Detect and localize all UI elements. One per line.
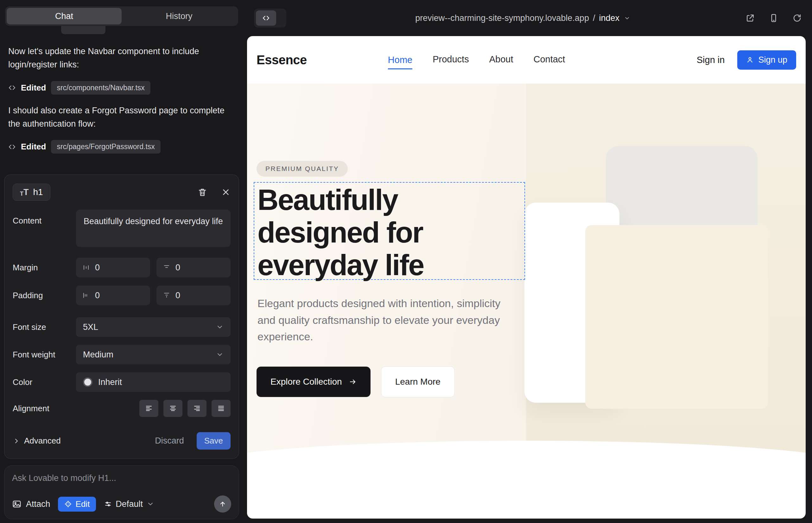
tab-history[interactable]: History	[122, 8, 236, 24]
chat-sidebar: Chat History Now let's update the Navbar…	[0, 0, 247, 523]
padding-x-value: 0	[95, 291, 100, 301]
preview-toolbar: preview--charming-site-symphony.lovable.…	[247, 0, 812, 36]
nav-links: Home Products About Contact	[388, 54, 565, 66]
nav-auth-group: Sign in Sign up	[697, 50, 796, 70]
editor-header: TT h1	[13, 184, 231, 201]
align-left-button[interactable]	[139, 400, 158, 417]
margin-x-value: 0	[95, 263, 100, 273]
mobile-view-icon[interactable]	[769, 13, 778, 23]
font-size-value: 5XL	[83, 322, 98, 332]
refresh-icon[interactable]	[792, 13, 802, 23]
padding-horizontal-icon	[82, 292, 90, 299]
code-icon	[8, 143, 16, 151]
discard-button[interactable]: Discard	[155, 436, 184, 446]
margin-label: Margin	[13, 263, 76, 273]
alignment-label: Alignment	[13, 404, 76, 413]
save-button[interactable]: Save	[197, 432, 231, 450]
edit-mode-button[interactable]: Edit	[58, 497, 96, 511]
color-select[interactable]: Inherit	[76, 372, 231, 392]
color-swatch	[83, 377, 92, 387]
chevron-right-icon	[13, 437, 20, 445]
nav-link-about[interactable]: About	[489, 54, 513, 66]
hero-heading-line: Beautifully	[258, 184, 424, 216]
code-preview-toggle[interactable]	[254, 8, 286, 28]
margin-horizontal-icon	[82, 264, 90, 271]
url-separator: /	[593, 13, 595, 23]
nav-link-contact[interactable]: Contact	[533, 54, 565, 66]
hero-heading[interactable]: Beautifully designed for everyday life	[258, 184, 424, 282]
site-navbar: Essence Home Products About Contact Sign…	[247, 36, 806, 84]
sign-up-button[interactable]: Sign up	[737, 50, 796, 70]
color-label: Color	[13, 377, 76, 387]
element-tag: h1	[33, 187, 43, 197]
explore-collection-label: Explore Collection	[270, 377, 342, 387]
align-center-button[interactable]	[163, 400, 182, 417]
chat-message: I should also create a Forgot Password p…	[8, 104, 227, 131]
padding-x-input[interactable]: 0	[76, 286, 150, 305]
padding-label: Padding	[13, 291, 76, 301]
color-value: Inherit	[98, 377, 122, 387]
model-label: Default	[116, 499, 143, 509]
delete-element-icon[interactable]	[198, 187, 207, 197]
open-external-icon[interactable]	[745, 13, 755, 23]
align-right-button[interactable]	[188, 400, 207, 417]
advanced-toggle[interactable]: Advanced	[13, 436, 61, 446]
url-domain: preview--charming-site-symphony.lovable.…	[415, 13, 589, 23]
explore-collection-button[interactable]: Explore Collection	[257, 366, 371, 397]
url-page: index	[599, 13, 619, 23]
chevron-down-icon	[147, 500, 154, 508]
chat-messages: Now let's update the Navbar component to…	[8, 38, 239, 154]
decor-card-beige	[585, 225, 768, 409]
code-icon	[8, 84, 16, 91]
file-badge-forgot-password[interactable]: src/pages/ForgotPassword.tsx	[51, 140, 160, 154]
margin-y-input[interactable]: 0	[156, 258, 231, 277]
font-weight-select[interactable]: Medium	[76, 345, 231, 364]
margin-vertical-icon	[163, 264, 170, 271]
selected-element-pill[interactable]: TT h1	[13, 184, 50, 201]
target-icon	[64, 500, 72, 508]
font-weight-value: Medium	[83, 350, 113, 360]
person-icon	[746, 56, 754, 64]
premium-quality-badge: PREMIUM QUALITY	[257, 161, 348, 177]
element-editor-panel: TT h1 Content Beautifully designed for e…	[4, 175, 239, 459]
url-breadcrumb[interactable]: preview--charming-site-symphony.lovable.…	[415, 13, 631, 23]
edit-label: Edit	[76, 499, 90, 509]
file-badge-navbar[interactable]: src/components/Navbar.tsx	[51, 81, 150, 95]
content-input[interactable]: Beautifully designed for everyday life	[76, 210, 231, 247]
margin-x-input[interactable]: 0	[76, 258, 150, 277]
composer-input[interactable]	[12, 473, 231, 483]
edited-file-row: Edited src/components/Navbar.tsx	[8, 81, 239, 95]
font-weight-label: Font weight	[13, 350, 76, 360]
attach-button[interactable]: Attach	[12, 499, 50, 509]
edited-file-row: Edited src/pages/ForgotPassword.tsx	[8, 140, 239, 154]
advanced-label: Advanced	[24, 436, 61, 446]
hero-section: PREMIUM QUALITY Beautifully designed for…	[247, 84, 806, 460]
send-button[interactable]	[214, 495, 231, 512]
sign-up-label: Sign up	[758, 55, 787, 65]
attach-label: Attach	[26, 499, 50, 509]
toggle-empty-segment	[276, 11, 284, 26]
nav-link-products[interactable]: Products	[433, 54, 469, 66]
font-size-select[interactable]: 5XL	[76, 317, 231, 337]
code-icon[interactable]	[256, 11, 276, 26]
text-size-icon: TT	[20, 188, 29, 197]
close-icon[interactable]	[221, 187, 231, 197]
model-selector[interactable]: Default	[104, 499, 154, 509]
learn-more-button[interactable]: Learn More	[381, 366, 455, 397]
margin-y-value: 0	[175, 263, 180, 273]
site-logo[interactable]: Essence	[257, 53, 307, 67]
hero-heading-line: everyday life	[258, 249, 424, 282]
chat-message: Now let's update the Navbar component to…	[8, 45, 227, 72]
image-icon	[12, 499, 21, 509]
preview-column: preview--charming-site-symphony.lovable.…	[247, 0, 812, 523]
align-justify-button[interactable]	[212, 400, 231, 417]
font-size-label: Font size	[13, 322, 76, 332]
sign-in-link[interactable]: Sign in	[697, 55, 725, 65]
arrow-right-icon	[349, 378, 357, 385]
nav-link-home[interactable]: Home	[388, 55, 412, 69]
tab-chat[interactable]: Chat	[7, 8, 122, 24]
chevron-down-icon	[216, 351, 224, 358]
chevron-down-icon	[216, 323, 224, 331]
padding-y-input[interactable]: 0	[156, 286, 231, 305]
sliders-icon	[104, 500, 112, 508]
